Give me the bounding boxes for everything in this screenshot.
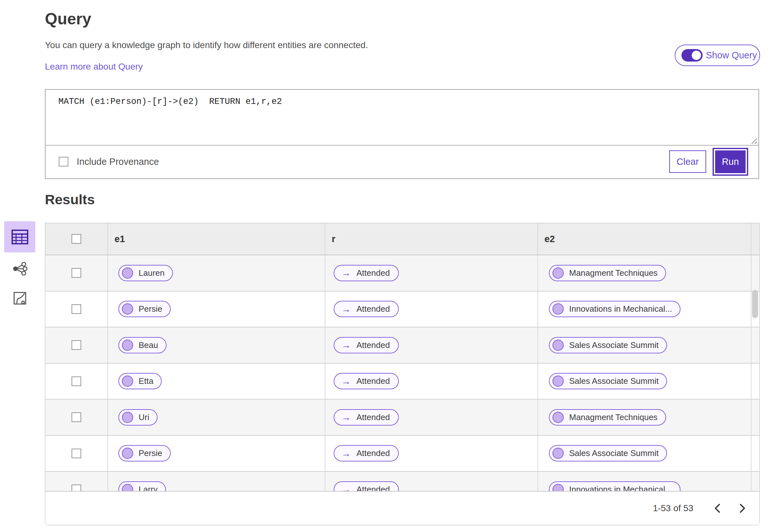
e1-chip-label: Persie	[139, 304, 162, 314]
sidebar-item-table-view[interactable]	[4, 221, 35, 252]
row-checkbox[interactable]	[72, 304, 81, 314]
row-checkbox-cell	[45, 472, 107, 491]
page-description: You can query a knowledge graph to ident…	[45, 40, 368, 50]
r-chip-label: Attended	[356, 485, 390, 491]
show-query-toggle[interactable]: Show Query	[675, 45, 760, 66]
e1-cell: Persie	[107, 291, 325, 327]
column-header-e2-label: e2	[545, 234, 555, 244]
table-row: Etta → Attended Sales Associate Summit	[45, 364, 759, 400]
row-checkbox[interactable]	[72, 449, 81, 458]
entity-chip-e1[interactable]: Uri	[118, 409, 157, 426]
run-button[interactable]: Run	[715, 150, 746, 173]
row-checkbox-cell	[45, 327, 107, 363]
entity-chip-e1[interactable]: Larry	[118, 481, 166, 491]
r-cell: → Attended	[325, 364, 537, 399]
select-all-checkbox[interactable]	[72, 234, 81, 244]
relationship-chip[interactable]: → Attended	[334, 409, 399, 426]
e1-chip-label: Larry	[139, 485, 157, 491]
row-checkbox[interactable]	[72, 340, 81, 350]
e1-chip-label: Persie	[139, 448, 162, 458]
table-row: Persie → Attended Sales Associate Summit	[45, 436, 759, 472]
include-provenance-label: Include Provenance	[77, 156, 159, 167]
entity-chip-e2[interactable]: Managment Techniques	[549, 409, 666, 426]
results-table: e1 r e2 Lauren → Attended	[45, 223, 760, 525]
row-checkbox-cell	[45, 255, 107, 291]
relationship-chip[interactable]: → Attended	[334, 445, 399, 461]
entity-chip-e2[interactable]: Sales Associate Summit	[549, 445, 667, 461]
e1-cell: Lauren	[107, 255, 325, 291]
r-cell: → Attended	[325, 472, 537, 491]
route-chart-icon	[13, 292, 26, 305]
entity-chip-e2[interactable]: Sales Associate Summit	[549, 373, 667, 389]
entity-chip-e1[interactable]: Lauren	[118, 265, 173, 281]
next-page-button[interactable]	[739, 503, 746, 513]
entity-chip-e1[interactable]: Beau	[118, 337, 166, 353]
row-checkbox[interactable]	[72, 268, 81, 278]
entity-chip-e2[interactable]: Managment Techniques	[549, 265, 666, 281]
e2-chip-label: Managment Techniques	[569, 412, 658, 422]
entity-dot-icon	[122, 484, 133, 491]
previous-page-button[interactable]	[714, 503, 721, 513]
row-checkbox[interactable]	[72, 412, 81, 422]
sidebar-item-map-view[interactable]	[10, 289, 30, 308]
run-button-focus-ring: Run	[713, 148, 748, 176]
row-scroll-gutter	[751, 327, 759, 363]
entity-chip-e2[interactable]: Innovations in Mechanical...	[549, 481, 681, 491]
learn-more-link[interactable]: Learn more about Query	[45, 62, 143, 72]
entity-chip-e1[interactable]: Etta	[118, 373, 162, 389]
relationship-arrow-icon: →	[341, 485, 351, 491]
header-checkbox-cell	[45, 223, 107, 255]
relationship-arrow-icon: →	[341, 304, 351, 314]
entity-dot-icon	[122, 376, 133, 387]
entity-chip-e2[interactable]: Sales Associate Summit	[549, 337, 667, 353]
entity-dot-icon	[553, 484, 564, 491]
entity-chip-e1[interactable]: Persie	[118, 445, 171, 461]
e1-chip-label: Beau	[139, 340, 158, 350]
table-row: Persie → Attended Innovations in Mechani…	[45, 291, 759, 328]
row-scroll-gutter	[751, 436, 759, 471]
row-checkbox-cell	[45, 291, 107, 327]
table-row: Beau → Attended Sales Associate Summit	[45, 327, 759, 364]
e2-cell: Sales Associate Summit	[537, 364, 751, 399]
relationship-chip[interactable]: → Attended	[334, 481, 399, 491]
e2-cell: Sales Associate Summit	[537, 327, 751, 363]
row-checkbox[interactable]	[72, 485, 81, 491]
row-scroll-gutter	[751, 364, 759, 399]
entity-dot-icon	[553, 340, 564, 351]
entity-dot-icon	[122, 412, 133, 423]
entity-dot-icon	[553, 303, 564, 315]
r-chip-label: Attended	[356, 412, 390, 422]
r-cell: → Attended	[325, 327, 537, 363]
r-cell: → Attended	[325, 255, 537, 291]
include-provenance-checkbox[interactable]	[59, 157, 68, 166]
table-row: Lauren → Attended Managment Techniques	[45, 255, 759, 291]
relationship-chip[interactable]: → Attended	[334, 301, 399, 317]
r-chip-label: Attended	[356, 340, 390, 350]
relationship-chip[interactable]: → Attended	[334, 337, 399, 353]
row-checkbox-cell	[45, 364, 107, 399]
column-header-e1-label: e1	[114, 234, 125, 244]
entity-dot-icon	[122, 267, 133, 279]
vertical-scrollbar-thumb[interactable]	[752, 290, 758, 318]
e1-cell: Uri	[107, 400, 325, 435]
entity-chip-e1[interactable]: Persie	[118, 301, 171, 317]
table-header-row: e1 r e2	[45, 223, 759, 255]
entity-chip-e2[interactable]: Innovations in Mechanical...	[549, 301, 681, 317]
relationship-arrow-icon: →	[341, 449, 351, 458]
query-text: MATCH (e1:Person)-[r]->(e2) RETURN e1,r,…	[58, 97, 282, 106]
relationship-arrow-icon: →	[341, 268, 351, 278]
sidebar-item-graph-view[interactable]	[10, 258, 30, 279]
entity-dot-icon	[553, 448, 564, 459]
e1-chip-label: Lauren	[139, 268, 165, 278]
relationship-chip[interactable]: → Attended	[334, 373, 399, 389]
relationship-chip[interactable]: → Attended	[334, 265, 399, 281]
row-checkbox[interactable]	[72, 376, 81, 386]
e1-cell: Beau	[107, 327, 325, 363]
e2-chip-label: Managment Techniques	[569, 268, 658, 278]
clear-button[interactable]: Clear	[669, 150, 706, 173]
toggle-switch-on[interactable]	[681, 49, 703, 62]
query-editor-textarea[interactable]: MATCH (e1:Person)-[r]->(e2) RETURN e1,r,…	[46, 90, 758, 146]
resize-handle-icon[interactable]	[750, 137, 757, 144]
r-cell: → Attended	[325, 400, 537, 435]
chevron-left-icon	[714, 503, 721, 513]
